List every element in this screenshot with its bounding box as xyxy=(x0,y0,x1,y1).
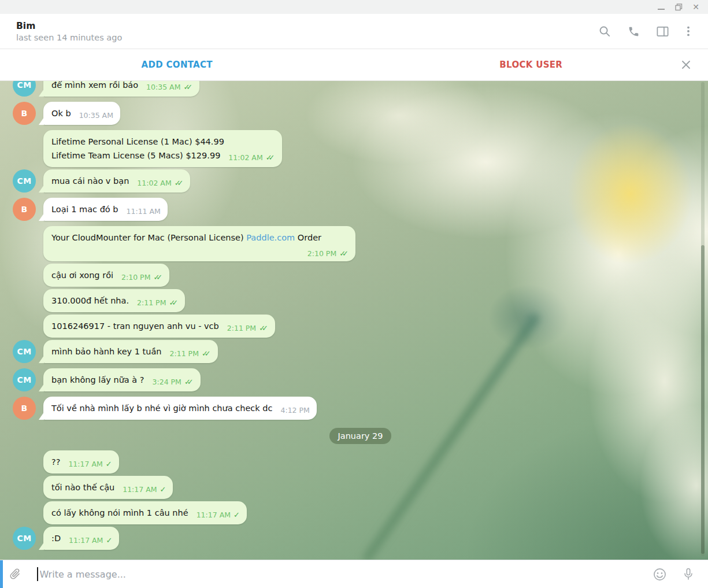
avatar-slot: CM xyxy=(13,169,36,193)
message-bubble[interactable]: mình bảo hành key 1 tuần2:11 PM✓✓ xyxy=(43,340,218,363)
add-contact-button[interactable]: ADD CONTACT xyxy=(142,60,213,70)
message-row: CM:D11:17 AM✓ xyxy=(13,527,708,550)
panel-resize-strip[interactable] xyxy=(0,560,3,588)
message-bubble[interactable]: :D11:17 AM✓ xyxy=(43,527,119,550)
close-window-button[interactable]: ✕ xyxy=(687,0,705,14)
double-check-icon: ✓✓ xyxy=(175,179,184,187)
message-row: BLoại 1 mac đó b11:11 AM xyxy=(13,198,708,221)
close-icon: ✕ xyxy=(692,3,699,11)
message-bubble[interactable]: có lấy không nói mình 1 câu nhé11:17 AM✓ xyxy=(43,501,247,524)
message-text: mua cái nào v bạn xyxy=(51,176,129,186)
double-check-icon: ✓✓ xyxy=(266,153,275,162)
single-check-icon: ✓ xyxy=(233,511,240,519)
header-actions xyxy=(590,19,700,44)
message-text: 1016246917 - tran nguyen anh vu - vcb xyxy=(51,321,219,331)
message-bubble[interactable]: Loại 1 mac đó b11:11 AM xyxy=(43,198,168,221)
message-row: tối nào thế cậu11:17 AM✓ xyxy=(13,476,708,499)
restore-button[interactable] xyxy=(670,0,687,14)
avatar-cm[interactable]: CM xyxy=(13,81,36,97)
peer-name: Bim xyxy=(16,21,122,31)
message-time: 2:10 PM xyxy=(307,249,336,258)
date-divider: January 29 xyxy=(329,428,391,444)
avatar-cm[interactable]: CM xyxy=(13,340,36,363)
voice-record-button[interactable] xyxy=(674,560,702,588)
block-user-area: BLOCK USER xyxy=(354,49,708,80)
add-contact-area: ADD CONTACT xyxy=(0,49,354,80)
message-time: 11:17 AM xyxy=(123,485,157,494)
avatar-cm[interactable]: CM xyxy=(13,527,36,550)
toggle-sidebar-button[interactable] xyxy=(648,19,677,44)
call-button[interactable] xyxy=(619,19,648,44)
message-bubble[interactable]: Your CloudMounter for Mac (Personal Lice… xyxy=(43,226,355,261)
avatar-cm[interactable]: CM xyxy=(13,169,36,193)
phone-icon xyxy=(628,25,640,38)
minimize-icon xyxy=(658,9,665,10)
double-check-icon: ✓✓ xyxy=(259,324,268,332)
message-bubble[interactable]: cậu ơi xong rồi2:10 PM✓✓ xyxy=(43,264,169,287)
avatar-b[interactable]: B xyxy=(13,397,36,420)
single-check-icon: ✓ xyxy=(106,536,112,545)
message-meta: 11:17 AM✓ xyxy=(197,511,240,519)
search-button[interactable] xyxy=(590,19,619,44)
kebab-menu-icon xyxy=(682,25,695,38)
double-check-icon: ✓✓ xyxy=(169,298,178,307)
avatar-b[interactable]: B xyxy=(13,102,36,125)
message-bubble[interactable]: mua cái nào v bạn11:02 AM✓✓ xyxy=(43,169,190,193)
avatar-slot: B xyxy=(13,102,36,125)
chat-area: CMđể mình xem rồi báo10:35 AM✓✓BOk b10:3… xyxy=(0,81,708,560)
message-time: 3:24 PM xyxy=(153,378,181,386)
message-meta: 10:35 AM xyxy=(79,111,113,120)
scrollbar-thumb[interactable] xyxy=(701,245,705,554)
message-meta: 11:17 AM✓ xyxy=(69,536,112,545)
avatar-b[interactable]: B xyxy=(13,198,36,221)
close-icon xyxy=(680,59,692,71)
message-meta: 4:12 PM xyxy=(280,406,309,415)
paperclip-icon xyxy=(5,564,25,584)
message-row: BTối về nhà mình lấy b nhé vì giờ mình c… xyxy=(13,397,708,420)
message-bubble[interactable]: Ok b10:35 AM xyxy=(43,102,120,125)
peer-info[interactable]: Bim last seen 14 minutes ago xyxy=(16,21,122,42)
message-text: 310.000đ hết nha. xyxy=(51,296,129,305)
message-bubble[interactable]: tối nào thế cậu11:17 AM✓ xyxy=(43,476,173,499)
message-time: 11:02 AM xyxy=(228,153,262,162)
link-paddle-com[interactable]: Paddle.com xyxy=(246,233,295,242)
message-time: 11:17 AM xyxy=(69,536,103,545)
menu-button[interactable] xyxy=(677,19,700,44)
message-meta: 11:02 AM✓✓ xyxy=(137,179,183,187)
double-check-icon: ✓✓ xyxy=(153,273,162,282)
message-text: Tối về nhà mình lấy b nhé vì giờ mình ch… xyxy=(51,404,272,413)
message-time: 4:12 PM xyxy=(280,406,309,415)
emoji-button[interactable] xyxy=(644,560,674,588)
message-meta: 10:35 AM✓✓ xyxy=(146,83,192,91)
message-text: Loại 1 mac đó b xyxy=(51,205,118,214)
message-bubble[interactable]: 310.000đ hết nha.2:11 PM✓✓ xyxy=(43,289,185,312)
block-user-button[interactable]: BLOCK USER xyxy=(499,60,562,70)
message-bubble[interactable]: bạn không lấy nữa à ?3:24 PM✓✓ xyxy=(43,368,201,391)
single-check-icon: ✓ xyxy=(106,460,112,468)
message-time: 11:17 AM xyxy=(68,460,102,468)
restore-icon xyxy=(675,3,683,11)
dismiss-bar-button[interactable] xyxy=(674,49,698,80)
message-row: 1016246917 - tran nguyen anh vu - vcb2:1… xyxy=(13,315,708,338)
columns-icon xyxy=(656,25,669,38)
avatar-cm[interactable]: CM xyxy=(13,368,36,391)
message-bubble[interactable]: Lifetime Personal License (1 Mac) $44.99… xyxy=(43,130,282,167)
message-row: Your CloudMounter for Mac (Personal Lice… xyxy=(13,226,708,261)
message-bubble[interactable]: Tối về nhà mình lấy b nhé vì giờ mình ch… xyxy=(43,397,317,420)
double-check-icon: ✓✓ xyxy=(202,349,211,358)
avatar-slot: CM xyxy=(13,368,36,391)
message-bubble[interactable]: ??11:17 AM✓ xyxy=(43,450,119,474)
avatar-slot: CM xyxy=(13,81,36,97)
os-titlebar: ✕ xyxy=(0,0,708,14)
attach-button[interactable] xyxy=(0,560,30,588)
chat-scrollbar[interactable] xyxy=(701,82,705,556)
message-input[interactable] xyxy=(40,565,645,583)
microphone-icon xyxy=(681,567,695,581)
message-text: cậu ơi xong rồi xyxy=(51,271,113,280)
message-bubble[interactable]: 1016246917 - tran nguyen anh vu - vcb2:1… xyxy=(43,315,275,338)
message-bubble[interactable]: để mình xem rồi báo10:35 AM✓✓ xyxy=(43,81,199,97)
message-time: 10:35 AM xyxy=(146,83,180,91)
minimize-button[interactable] xyxy=(653,0,670,14)
message-row: CMmua cái nào v bạn11:02 AM✓✓ xyxy=(13,169,708,193)
message-time: 10:35 AM xyxy=(79,111,113,120)
